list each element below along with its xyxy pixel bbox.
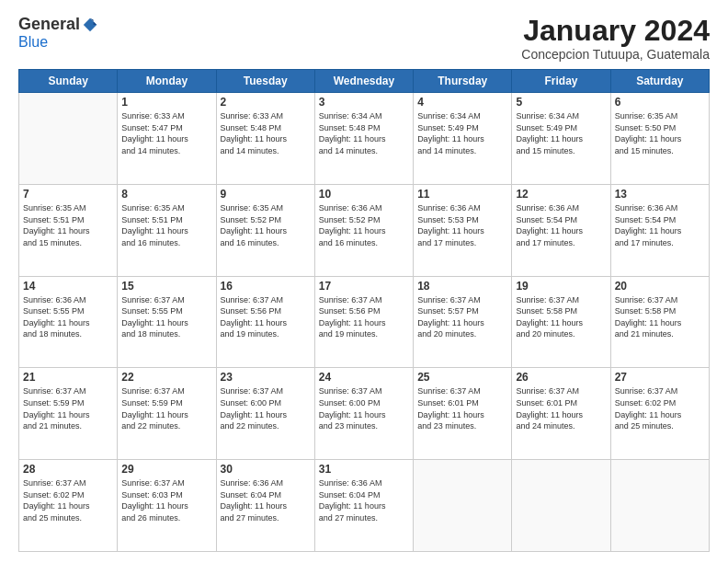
day-info: Sunrise: 6:37 AM Sunset: 5:58 PM Dayligh…: [615, 294, 705, 340]
table-row: [512, 460, 610, 552]
day-info: Sunrise: 6:36 AM Sunset: 5:54 PM Dayligh…: [516, 202, 606, 248]
page: General Blue January 2024 Concepcion Tut…: [0, 0, 728, 563]
day-info: Sunrise: 6:37 AM Sunset: 5:56 PM Dayligh…: [221, 294, 311, 340]
header: General Blue January 2024 Concepcion Tut…: [18, 15, 710, 62]
day-number: 30: [221, 463, 311, 476]
table-row: 8Sunrise: 6:35 AM Sunset: 5:51 PM Daylig…: [118, 184, 216, 276]
day-number: 19: [516, 280, 606, 293]
day-number: 23: [221, 371, 311, 384]
day-info: Sunrise: 6:33 AM Sunset: 5:47 PM Dayligh…: [121, 110, 211, 156]
table-row: 13Sunrise: 6:36 AM Sunset: 5:54 PM Dayli…: [610, 184, 709, 276]
logo: General Blue: [18, 15, 98, 51]
day-number: 3: [319, 96, 409, 109]
col-thursday: Thursday: [414, 70, 512, 93]
day-number: 11: [417, 188, 507, 201]
table-row: 16Sunrise: 6:37 AM Sunset: 5:56 PM Dayli…: [216, 276, 314, 368]
calendar-week-row: 14Sunrise: 6:36 AM Sunset: 5:55 PM Dayli…: [19, 276, 710, 368]
table-row: 24Sunrise: 6:37 AM Sunset: 6:00 PM Dayli…: [314, 368, 413, 460]
logo-blue-text: Blue: [18, 34, 48, 50]
day-number: 2: [221, 96, 311, 109]
logo-icon: [82, 17, 98, 33]
day-number: 15: [121, 280, 211, 293]
col-tuesday: Tuesday: [216, 70, 314, 93]
day-number: 8: [121, 188, 211, 201]
day-info: Sunrise: 6:35 AM Sunset: 5:51 PM Dayligh…: [121, 202, 211, 248]
table-row: 31Sunrise: 6:36 AM Sunset: 6:04 PM Dayli…: [314, 460, 413, 552]
day-number: 31: [319, 463, 409, 476]
table-row: 1Sunrise: 6:33 AM Sunset: 5:47 PM Daylig…: [118, 93, 216, 185]
day-number: 18: [417, 280, 507, 293]
day-number: 24: [319, 371, 409, 384]
day-info: Sunrise: 6:37 AM Sunset: 6:00 PM Dayligh…: [319, 385, 409, 431]
table-row: 27Sunrise: 6:37 AM Sunset: 6:02 PM Dayli…: [610, 368, 709, 460]
day-number: 26: [516, 371, 606, 384]
day-info: Sunrise: 6:36 AM Sunset: 5:52 PM Dayligh…: [319, 202, 409, 248]
day-number: 20: [615, 280, 705, 293]
table-row: 6Sunrise: 6:35 AM Sunset: 5:50 PM Daylig…: [610, 93, 709, 185]
day-info: Sunrise: 6:36 AM Sunset: 5:54 PM Dayligh…: [615, 202, 705, 248]
day-info: Sunrise: 6:34 AM Sunset: 5:49 PM Dayligh…: [417, 110, 507, 156]
day-info: Sunrise: 6:37 AM Sunset: 6:01 PM Dayligh…: [417, 385, 507, 431]
logo-general-text: General: [18, 15, 80, 34]
col-monday: Monday: [118, 70, 216, 93]
day-info: Sunrise: 6:37 AM Sunset: 5:57 PM Dayligh…: [417, 294, 507, 340]
day-number: 4: [417, 96, 507, 109]
table-row: 28Sunrise: 6:37 AM Sunset: 6:02 PM Dayli…: [19, 460, 118, 552]
day-info: Sunrise: 6:35 AM Sunset: 5:50 PM Dayligh…: [615, 110, 705, 156]
table-row: 14Sunrise: 6:36 AM Sunset: 5:55 PM Dayli…: [19, 276, 118, 368]
calendar-week-row: 28Sunrise: 6:37 AM Sunset: 6:02 PM Dayli…: [19, 460, 710, 552]
day-number: 16: [221, 280, 311, 293]
day-info: Sunrise: 6:37 AM Sunset: 6:02 PM Dayligh…: [615, 385, 705, 431]
table-row: 10Sunrise: 6:36 AM Sunset: 5:52 PM Dayli…: [314, 184, 413, 276]
day-info: Sunrise: 6:35 AM Sunset: 5:52 PM Dayligh…: [221, 202, 311, 248]
table-row: 11Sunrise: 6:36 AM Sunset: 5:53 PM Dayli…: [414, 184, 512, 276]
location-subtitle: Concepcion Tutuupa, Guatemala: [521, 47, 710, 62]
table-row: 25Sunrise: 6:37 AM Sunset: 6:01 PM Dayli…: [414, 368, 512, 460]
calendar-week-row: 1Sunrise: 6:33 AM Sunset: 5:47 PM Daylig…: [19, 93, 710, 185]
table-row: 17Sunrise: 6:37 AM Sunset: 5:56 PM Dayli…: [314, 276, 413, 368]
table-row: 3Sunrise: 6:34 AM Sunset: 5:48 PM Daylig…: [314, 93, 413, 185]
day-info: Sunrise: 6:37 AM Sunset: 5:55 PM Dayligh…: [121, 294, 211, 340]
day-info: Sunrise: 6:37 AM Sunset: 6:01 PM Dayligh…: [516, 385, 606, 431]
table-row: 15Sunrise: 6:37 AM Sunset: 5:55 PM Dayli…: [118, 276, 216, 368]
calendar-week-row: 7Sunrise: 6:35 AM Sunset: 5:51 PM Daylig…: [19, 184, 710, 276]
table-row: 7Sunrise: 6:35 AM Sunset: 5:51 PM Daylig…: [19, 184, 118, 276]
col-saturday: Saturday: [610, 70, 709, 93]
table-row: [19, 93, 118, 185]
day-number: 1: [121, 96, 211, 109]
table-row: 21Sunrise: 6:37 AM Sunset: 5:59 PM Dayli…: [19, 368, 118, 460]
table-row: 19Sunrise: 6:37 AM Sunset: 5:58 PM Dayli…: [512, 276, 610, 368]
day-info: Sunrise: 6:37 AM Sunset: 5:58 PM Dayligh…: [516, 294, 606, 340]
table-row: [414, 460, 512, 552]
day-number: 21: [23, 371, 113, 384]
day-info: Sunrise: 6:37 AM Sunset: 6:03 PM Dayligh…: [121, 477, 211, 523]
day-number: 25: [417, 371, 507, 384]
table-row: 2Sunrise: 6:33 AM Sunset: 5:48 PM Daylig…: [216, 93, 314, 185]
day-info: Sunrise: 6:34 AM Sunset: 5:48 PM Dayligh…: [319, 110, 409, 156]
day-info: Sunrise: 6:36 AM Sunset: 6:04 PM Dayligh…: [221, 477, 311, 523]
table-row: 12Sunrise: 6:36 AM Sunset: 5:54 PM Dayli…: [512, 184, 610, 276]
day-info: Sunrise: 6:35 AM Sunset: 5:51 PM Dayligh…: [23, 202, 113, 248]
day-number: 5: [516, 96, 606, 109]
day-info: Sunrise: 6:33 AM Sunset: 5:48 PM Dayligh…: [221, 110, 311, 156]
day-info: Sunrise: 6:37 AM Sunset: 5:56 PM Dayligh…: [319, 294, 409, 340]
col-sunday: Sunday: [19, 70, 118, 93]
day-number: 29: [121, 463, 211, 476]
table-row: 23Sunrise: 6:37 AM Sunset: 6:00 PM Dayli…: [216, 368, 314, 460]
day-number: 12: [516, 188, 606, 201]
day-number: 17: [319, 280, 409, 293]
col-friday: Friday: [512, 70, 610, 93]
day-info: Sunrise: 6:37 AM Sunset: 5:59 PM Dayligh…: [23, 385, 113, 431]
table-row: 26Sunrise: 6:37 AM Sunset: 6:01 PM Dayli…: [512, 368, 610, 460]
calendar-table: Sunday Monday Tuesday Wednesday Thursday…: [18, 69, 710, 552]
title-area: January 2024 Concepcion Tutuupa, Guatema…: [521, 15, 710, 62]
day-number: 10: [319, 188, 409, 201]
month-title: January 2024: [521, 15, 710, 47]
day-number: 9: [221, 188, 311, 201]
day-info: Sunrise: 6:37 AM Sunset: 5:59 PM Dayligh…: [121, 385, 211, 431]
table-row: 9Sunrise: 6:35 AM Sunset: 5:52 PM Daylig…: [216, 184, 314, 276]
day-info: Sunrise: 6:36 AM Sunset: 5:55 PM Dayligh…: [23, 294, 113, 340]
day-info: Sunrise: 6:34 AM Sunset: 5:49 PM Dayligh…: [516, 110, 606, 156]
table-row: 20Sunrise: 6:37 AM Sunset: 5:58 PM Dayli…: [610, 276, 709, 368]
calendar-week-row: 21Sunrise: 6:37 AM Sunset: 5:59 PM Dayli…: [19, 368, 710, 460]
